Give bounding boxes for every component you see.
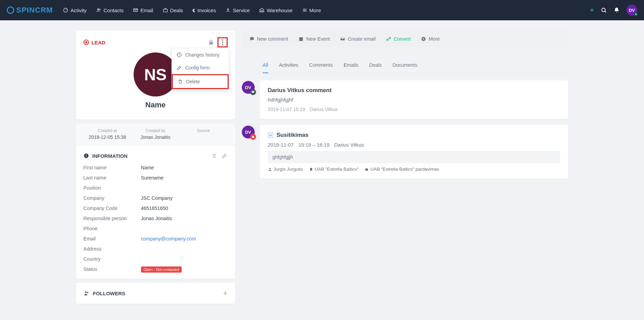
dropdown-config-form[interactable]: Config form: [172, 61, 229, 74]
label-email: Email: [84, 236, 141, 241]
nav-email[interactable]: Email: [133, 7, 153, 13]
status-dot: [634, 12, 638, 16]
value-status: Open - Not contacted: [141, 266, 228, 272]
label-status: Status: [84, 266, 141, 272]
status-badge: Open - Not contacted: [141, 266, 182, 273]
logo-icon: [7, 6, 14, 14]
trash-icon: [178, 79, 183, 84]
pencil-icon[interactable]: [222, 153, 228, 159]
nav-deals[interactable]: Deals: [163, 7, 183, 13]
value-position: [141, 185, 228, 191]
event-footer: Jurgis Jurgutis UAB "Estrella Baltics" U…: [268, 167, 560, 172]
avatar-initials: NS: [144, 65, 167, 84]
comment-badge-icon: [250, 89, 256, 95]
event-checkbox[interactable]: [268, 132, 273, 138]
info-title-wrap: INFORMATION: [84, 153, 128, 159]
timeline-event-item: DV Susitikimas 2019-11-07 15:19 – 16:19 …: [242, 125, 568, 178]
label-country: Country: [84, 256, 141, 262]
list-icon[interactable]: [211, 153, 217, 159]
dropdown-label: Config form: [185, 65, 210, 70]
action-convert[interactable]: Convert: [386, 36, 411, 42]
bell-icon[interactable]: [614, 7, 620, 13]
timeline-avatar: DV: [242, 126, 255, 138]
dropdown-changes-history[interactable]: Changes history: [172, 48, 229, 61]
nav-more[interactable]: More: [302, 7, 321, 13]
lead-top-row: LEAD: [84, 37, 228, 47]
svg-rect-10: [86, 155, 86, 157]
nav-service[interactable]: Service: [225, 7, 250, 13]
building-icon: [309, 167, 313, 171]
envelope-icon: [133, 7, 138, 13]
more-options-button[interactable]: [217, 37, 228, 47]
tab-documents[interactable]: Documents: [393, 58, 417, 73]
user-avatar[interactable]: DV: [626, 5, 637, 16]
add-follower-button[interactable]: +: [223, 289, 228, 298]
comment-author: Darius Vitkus: [310, 107, 338, 112]
lock-icon[interactable]: [208, 39, 214, 45]
right-column: New comment New Event Create email Conve…: [242, 30, 568, 308]
convert-icon: [386, 36, 391, 42]
action-new-comment[interactable]: New comment: [249, 36, 289, 42]
value-last-name: Surename: [141, 175, 228, 180]
label-last-name: Last name: [84, 175, 141, 180]
app-logo[interactable]: SPINCRM: [7, 6, 53, 15]
nav-label: Activity: [70, 7, 87, 13]
briefcase-icon: [365, 167, 369, 171]
tab-activities[interactable]: Activities: [279, 58, 298, 73]
gauge-icon: [63, 7, 68, 13]
comment-date: 2019-11-07 15:19: [268, 107, 305, 112]
info-title: INFORMATION: [92, 153, 128, 159]
tab-emails[interactable]: Emails: [344, 58, 359, 73]
timeline-comment-item: DV Darius Vitkus comment hdhfgjhfgjhf 20…: [242, 80, 568, 119]
add-button[interactable]: +: [590, 6, 594, 14]
left-column: LEAD Changes history Config form: [76, 30, 235, 308]
nav-contacts[interactable]: Contacts: [96, 7, 123, 13]
svg-point-7: [602, 8, 605, 12]
dropdown-delete[interactable]: Delete: [172, 74, 229, 89]
email-link[interactable]: company@company.com: [141, 236, 196, 241]
tab-all[interactable]: All: [263, 58, 268, 73]
timeline-card[interactable]: Darius Vitkus comment hdhfgjhfgjhf 2019-…: [260, 80, 568, 119]
nav-label: Deals: [170, 7, 183, 13]
users-icon: [84, 290, 90, 296]
nav-label: Email: [140, 7, 153, 13]
top-navigation: SPINCRM Activity Contacts Email Deals €I…: [0, 0, 644, 20]
followers-title-wrap: FOLLOWERS: [84, 290, 125, 296]
svg-rect-4: [163, 9, 167, 12]
event-author: Darius Vitkus: [334, 142, 364, 148]
nav-label: More: [309, 7, 321, 13]
nav-invoices[interactable]: €Invoices: [192, 7, 216, 13]
meta-created-at: Created at 2018-12-05 15:38: [84, 128, 132, 140]
svg-point-2: [99, 9, 100, 10]
nav-warehouse[interactable]: Warehouse: [259, 7, 292, 13]
nav-label: Warehouse: [267, 7, 292, 13]
search-icon[interactable]: [601, 7, 607, 13]
meta-label: Created at: [84, 128, 132, 133]
event-note: ghfghfgjjh: [268, 151, 560, 163]
svg-point-5: [227, 8, 229, 10]
label-phone: Phone: [84, 226, 141, 231]
value-address: [141, 246, 228, 252]
nav-activity[interactable]: Activity: [63, 7, 87, 13]
timeline-card[interactable]: Susitikimas 2019-11-07 15:19 – 16:19 Dar…: [260, 125, 568, 178]
followers-title: FOLLOWERS: [93, 291, 125, 296]
tab-comments[interactable]: Comments: [309, 58, 333, 73]
lead-badge: LEAD: [84, 40, 106, 45]
meta-label: Created by: [132, 128, 180, 133]
action-create-email[interactable]: Create email: [340, 36, 375, 42]
info-header: INFORMATION: [84, 153, 228, 159]
action-more[interactable]: More: [421, 36, 440, 42]
svg-point-1: [97, 8, 99, 10]
tab-deals[interactable]: Deals: [369, 58, 382, 73]
action-label: New comment: [257, 36, 289, 42]
label-position: Position: [84, 185, 141, 191]
lead-actions: [208, 37, 228, 47]
dropdown-label: Delete: [186, 79, 200, 84]
action-new-event[interactable]: New Event: [298, 36, 330, 42]
info-grid: First nameName Last nameSurename Positio…: [84, 165, 228, 272]
event-time: 15:19 – 16:19: [298, 142, 329, 148]
event-title-row: Susitikimas: [268, 132, 560, 138]
event-badge-icon: [250, 134, 256, 140]
value-email[interactable]: company@company.com: [141, 236, 228, 241]
info-actions: [211, 153, 228, 159]
